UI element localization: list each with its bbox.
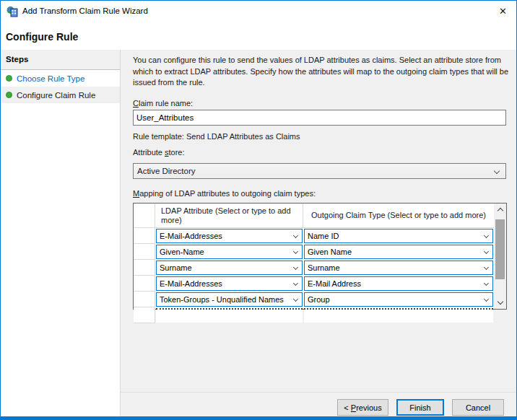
row-selector[interactable] — [134, 292, 155, 307]
close-icon[interactable]: ✕ — [499, 6, 507, 17]
table-row: E-Mail-Addresses Name ID — [134, 228, 494, 244]
chevron-down-icon — [484, 249, 489, 254]
step-label: Configure Claim Rule — [17, 91, 95, 100]
outgoing-claim-select[interactable]: Group — [304, 292, 493, 307]
ldap-attribute-select[interactable]: Token-Groups - Unqualified Names — [156, 292, 303, 307]
outgoing-claim-select[interactable]: Surname — [304, 261, 493, 275]
row-selector[interactable] — [134, 260, 155, 276]
chevron-down-icon — [484, 233, 489, 238]
table-header-row: LDAP Attribute (Select or type to add mo… — [134, 204, 494, 228]
chevron-down-icon — [293, 249, 298, 254]
finish-button[interactable]: Finish — [396, 399, 444, 416]
ldap-attribute-select[interactable]: Given-Name — [156, 245, 303, 259]
row-selector-header — [134, 204, 155, 227]
table-row: Surname Surname — [134, 260, 494, 276]
cancel-button[interactable]: Cancel — [452, 399, 504, 416]
claim-rule-name-input[interactable] — [133, 110, 506, 126]
outgoing-claim-select[interactable]: Given Name — [304, 245, 493, 259]
chevron-down-icon — [293, 297, 298, 302]
wizard-window: Add Transform Claim Rule Wizard ✕ Config… — [0, 0, 517, 420]
page-title: Configure Rule — [6, 31, 78, 43]
chevron-down-icon — [484, 281, 489, 286]
row-selector — [134, 307, 155, 323]
chevron-down-icon — [293, 265, 298, 270]
row-selector[interactable] — [134, 244, 155, 260]
page-header: Configure Rule — [1, 22, 516, 50]
sidebar-item-configure-claim-rule[interactable]: Configure Claim Rule — [1, 87, 120, 103]
scroll-down-icon[interactable] — [494, 297, 506, 309]
outgoing-claim-select[interactable]: E-Mail Address — [304, 276, 493, 291]
chevron-down-icon — [494, 168, 500, 174]
title-bar: Add Transform Claim Rule Wizard ✕ — [1, 1, 516, 22]
row-selector[interactable] — [134, 276, 155, 292]
chevron-down-icon — [484, 265, 489, 270]
outgoing-claim-select[interactable]: Name ID — [304, 229, 493, 243]
rule-description: You can configure this rule to send the … — [133, 55, 511, 89]
chevron-down-icon — [293, 281, 298, 286]
steps-heading: Steps — [1, 50, 120, 70]
chevron-down-icon — [484, 297, 489, 302]
footer-divider — [121, 392, 516, 393]
outgoing-claim-select — [304, 308, 493, 323]
wizard-icon — [6, 6, 18, 17]
attribute-store-select[interactable]: Active Directory — [133, 163, 506, 179]
rule-template-text: Rule template: Send LDAP Attributes as C… — [133, 132, 300, 141]
scrollbar-thumb[interactable] — [495, 219, 505, 279]
table-row: E-Mail-Addresses E-Mail Address — [134, 276, 494, 292]
ldap-attribute-select — [156, 308, 303, 323]
ldap-attribute-select[interactable]: E-Mail-Addresses — [156, 276, 303, 291]
claim-rule-name-label: Claim rule name: — [133, 99, 193, 108]
table-row: Given-Name Given Name — [134, 244, 494, 260]
previous-button[interactable]: < Previous — [337, 399, 388, 416]
steps-sidebar: Steps Choose Rule Type Configure Claim R… — [1, 50, 121, 416]
ldap-attribute-select[interactable]: Surname — [156, 261, 303, 275]
scroll-up-icon[interactable] — [494, 204, 506, 216]
window-accent-border — [1, 416, 516, 419]
ldap-attribute-select[interactable]: E-Mail-Addresses — [156, 229, 303, 243]
content-panel: You can configure this rule to send the … — [121, 50, 516, 416]
ldap-attribute-column-header: LDAP Attribute (Select or type to add mo… — [155, 204, 303, 227]
step-label: Choose Rule Type — [17, 74, 84, 83]
sidebar-item-choose-rule-type[interactable]: Choose Rule Type — [1, 70, 120, 87]
chevron-down-icon — [293, 233, 298, 238]
step-complete-icon — [6, 75, 12, 82]
table-scrollbar[interactable] — [494, 204, 506, 309]
row-selector[interactable] — [134, 228, 155, 244]
step-complete-icon — [6, 92, 12, 98]
outgoing-claim-column-header: Outgoing Claim Type (Select or type to a… — [303, 204, 494, 227]
window-title: Add Transform Claim Rule Wizard — [22, 6, 148, 15]
mapping-label: Mapping of LDAP attributes to outgoing c… — [133, 189, 316, 198]
attribute-store-value: Active Directory — [137, 167, 196, 175]
table-row: Token-Groups - Unqualified Names Group — [134, 292, 494, 307]
mapping-table: LDAP Attribute (Select or type to add mo… — [133, 203, 507, 310]
attribute-store-label: Attribute store: — [133, 148, 185, 157]
table-new-row-partial — [134, 307, 494, 323]
